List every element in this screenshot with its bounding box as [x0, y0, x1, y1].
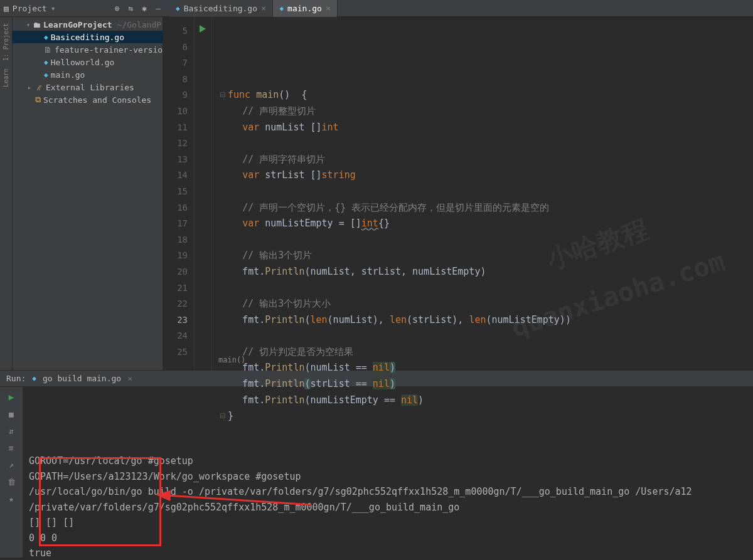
- tab-basicediting[interactable]: ◆ Basicediting.go ×: [169, 0, 273, 17]
- settings-icon[interactable]: ⇆: [129, 4, 134, 13]
- tree-file[interactable]: ◆ Basicediting.go: [13, 31, 163, 43]
- export-icon[interactable]: ↗: [9, 460, 14, 470]
- trash-icon[interactable]: 🗑: [8, 477, 16, 487]
- code-area[interactable]: 小哈教程 quanxiaoha.com ⊟func main() { // 声明…: [212, 17, 753, 370]
- pin-icon[interactable]: ★: [9, 494, 14, 504]
- main-toolbar: ▤ Project ▾ ⊕ ⇆ ✱ — ◆ Basicediting.go × …: [0, 0, 753, 17]
- run-tool-window: Run: ◆ go build main.go × ▶ ■ ⇵ ≡ ↗ 🗑 ★ …: [0, 370, 753, 557]
- console-line: /usr/local/go/bin/go build -o /private/v…: [29, 484, 747, 500]
- library-icon: ⫽: [35, 83, 43, 92]
- line-gutter: 5678910111213141516171819202122232425: [163, 17, 195, 370]
- code-line[interactable]: // 声明整型切片: [220, 103, 753, 120]
- editor-tabs: ◆ Basicediting.go × ◆ main.go ×: [169, 0, 338, 17]
- tree-item-label: External Libraries: [46, 83, 134, 92]
- code-line[interactable]: fmt.Println(len(numList), len(strList), …: [220, 312, 753, 329]
- go-file-icon: ◆: [176, 4, 180, 13]
- tree-item-label: feature-trainer-version.txt: [55, 45, 163, 55]
- layout-icon[interactable]: ⇵: [9, 426, 14, 436]
- text-file-icon: 🗎: [44, 45, 52, 55]
- close-icon[interactable]: ×: [326, 3, 331, 13]
- code-line[interactable]: // 切片判定是否为空结果: [220, 344, 753, 361]
- code-line[interactable]: [220, 232, 753, 248]
- editor[interactable]: 5678910111213141516171819202122232425 小哈…: [163, 17, 753, 370]
- gear-icon[interactable]: ✱: [142, 4, 147, 13]
- code-line[interactable]: fmt.Println(numList, strList, numListEmp…: [220, 264, 753, 280]
- collapse-icon[interactable]: —: [156, 4, 161, 13]
- tab-main[interactable]: ◆ main.go ×: [273, 0, 338, 17]
- code-line[interactable]: fmt.Println(numList == nil): [220, 360, 753, 376]
- console-line: GOROOT=/usr/local/go #gosetup: [29, 453, 747, 469]
- chevron-down-icon: ▾: [51, 4, 56, 13]
- learn-tool-button[interactable]: Learn: [3, 68, 9, 87]
- console-line: true: [29, 546, 747, 560]
- code-line[interactable]: ⊟func main() {: [220, 87, 753, 103]
- tab-label: Basicediting.go: [184, 4, 257, 13]
- tab-label: main.go: [287, 4, 322, 13]
- code-line[interactable]: // 输出3个切片大小: [220, 296, 753, 312]
- stop-icon[interactable]: ■: [9, 409, 14, 419]
- code-line[interactable]: var strList []string: [220, 167, 753, 184]
- project-tree-panel: ▾ 🖿 LearnGoProject ~/GolandProjects ◆ Ba…: [13, 17, 163, 370]
- tree-file[interactable]: ◆ Helloworld.go: [13, 56, 163, 68]
- chevron-right-icon: ▸: [26, 84, 33, 91]
- console-line: [] [] []: [29, 515, 747, 531]
- project-selector[interactable]: ▤ Project ▾: [4, 4, 55, 13]
- tree-scratches[interactable]: ⧉ Scratches and Consoles: [13, 93, 163, 106]
- run-config-name[interactable]: go build main.go: [43, 374, 121, 383]
- tree-file[interactable]: ◆ main.go: [13, 68, 163, 81]
- chevron-down-icon: ▾: [26, 21, 30, 28]
- tree-file[interactable]: 🗎 feature-trainer-version.txt: [13, 43, 163, 56]
- code-line[interactable]: [220, 184, 753, 200]
- tree-item-path: ~/GolandProjects: [117, 20, 163, 29]
- code-line[interactable]: var numList []int: [220, 120, 753, 136]
- rerun-icon[interactable]: ▶: [9, 392, 14, 402]
- console-line: /private/var/folders/g7/sg02phc552qffxx1…: [29, 500, 747, 515]
- console-output[interactable]: GOROOT=/usr/local/go #gosetupGOPATH=/Use…: [23, 387, 753, 557]
- run-line-icon[interactable]: [200, 25, 206, 33]
- tree-item-label: Scratches and Consoles: [43, 95, 151, 105]
- breadcrumb[interactable]: main(): [212, 351, 252, 370]
- code-line[interactable]: [220, 135, 753, 152]
- code-line[interactable]: [220, 328, 753, 344]
- close-icon[interactable]: ×: [127, 374, 132, 383]
- console-line: GOPATH=/Users/a123123/Work/go_workspace …: [29, 469, 747, 485]
- go-file-icon: ◆: [44, 58, 48, 66]
- tree-external-libraries[interactable]: ▸ ⫽ External Libraries: [13, 81, 163, 93]
- go-file-icon: ◆: [44, 33, 48, 41]
- folder-icon: 🖿: [33, 20, 41, 29]
- tree-item-label: main.go: [51, 70, 85, 80]
- run-title: Run:: [6, 374, 26, 383]
- code-line[interactable]: // 声明字符串切片: [220, 152, 753, 168]
- run-actions-rail: ▶ ■ ⇵ ≡ ↗ 🗑 ★: [0, 387, 23, 557]
- filter-icon[interactable]: ≡: [9, 443, 14, 453]
- code-line[interactable]: [220, 280, 753, 297]
- target-icon[interactable]: ⊕: [115, 4, 120, 13]
- code-line[interactable]: var numListEmpty = []int{}: [220, 216, 753, 232]
- tree-item-label: LearnGoProject: [43, 20, 112, 29]
- tree-item-label: Helloworld.go: [51, 58, 115, 67]
- project-icon: ▤: [4, 4, 9, 13]
- code-line[interactable]: // 输出3个切片: [220, 248, 753, 264]
- run-gutter: [195, 17, 212, 370]
- code-line[interactable]: // 声明一个空切片，{} 表示已经分配内存，但是切片里面的元素是空的: [220, 200, 753, 216]
- left-tool-rail: 1: Project Learn: [0, 17, 13, 370]
- project-tool-button[interactable]: 1: Project: [3, 23, 9, 61]
- go-file-icon: ◆: [44, 71, 48, 79]
- go-file-icon: ◆: [279, 4, 284, 13]
- go-file-icon: ◆: [32, 374, 36, 383]
- tree-item-label: Basicediting.go: [51, 33, 124, 42]
- project-label: Project: [13, 4, 47, 13]
- tree-root[interactable]: ▾ 🖿 LearnGoProject ~/GolandProjects: [13, 18, 163, 31]
- close-icon[interactable]: ×: [261, 3, 266, 13]
- scratches-icon: ⧉: [35, 95, 41, 105]
- console-line: 0 0 0: [29, 531, 747, 546]
